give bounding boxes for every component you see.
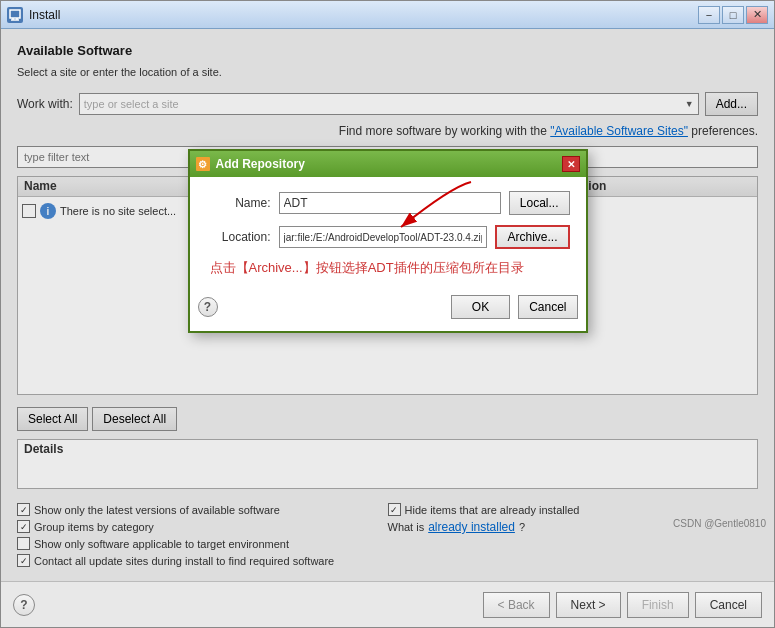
- svg-rect-0: [10, 10, 20, 18]
- dialog-titlebar-left: ⚙ Add Repository: [196, 157, 305, 171]
- dialog-close-button[interactable]: ✕: [562, 156, 580, 172]
- ok-button[interactable]: OK: [451, 295, 510, 319]
- close-button[interactable]: ✕: [746, 6, 768, 24]
- dialog-overlay: ⚙ Add Repository ✕ Name: Local... Locati…: [1, 29, 774, 581]
- next-button[interactable]: Next >: [556, 592, 621, 618]
- dialog-footer: ? OK Cancel: [190, 291, 586, 331]
- dialog-icon: ⚙: [196, 157, 210, 171]
- dialog-titlebar: ⚙ Add Repository ✕: [190, 151, 586, 177]
- minimize-button[interactable]: −: [698, 6, 720, 24]
- name-label: Name:: [206, 196, 271, 210]
- back-button[interactable]: < Back: [483, 592, 550, 618]
- name-row: Name: Local...: [206, 191, 570, 215]
- cancel-button[interactable]: Cancel: [695, 592, 762, 618]
- location-label: Location:: [206, 230, 271, 244]
- bottom-right: < Back Next > Finish Cancel: [483, 592, 762, 618]
- finish-button[interactable]: Finish: [627, 592, 689, 618]
- main-window: Install − □ ✕ Available Software Select …: [0, 0, 775, 628]
- maximize-button[interactable]: □: [722, 6, 744, 24]
- bottom-left: ?: [13, 594, 35, 616]
- help-button[interactable]: ?: [13, 594, 35, 616]
- dialog-title: Add Repository: [216, 157, 305, 171]
- archive-button[interactable]: Archive...: [495, 225, 569, 249]
- location-input[interactable]: [279, 226, 488, 248]
- dialog-footer-right: OK Cancel: [451, 295, 578, 319]
- name-input[interactable]: [279, 192, 501, 214]
- bottom-bar: ? < Back Next > Finish Cancel: [1, 581, 774, 627]
- dialog-help-button[interactable]: ?: [198, 297, 218, 317]
- install-icon: [7, 7, 23, 23]
- main-content: Available Software Select a site or ente…: [1, 29, 774, 581]
- dialog-footer-left: ?: [198, 297, 218, 317]
- cancel-dialog-button[interactable]: Cancel: [518, 295, 577, 319]
- titlebar-controls: − □ ✕: [698, 6, 768, 24]
- dialog-content: Name: Local... Location: Archive... 点击【A…: [190, 177, 586, 291]
- titlebar: Install − □ ✕: [1, 1, 774, 29]
- hint-text: 点击【Archive...】按钮选择ADT插件的压缩包所在目录: [206, 259, 570, 277]
- add-repository-dialog: ⚙ Add Repository ✕ Name: Local... Locati…: [188, 149, 588, 333]
- titlebar-left: Install: [7, 7, 60, 23]
- location-row: Location: Archive...: [206, 225, 570, 249]
- local-button[interactable]: Local...: [509, 191, 570, 215]
- window-title: Install: [29, 8, 60, 22]
